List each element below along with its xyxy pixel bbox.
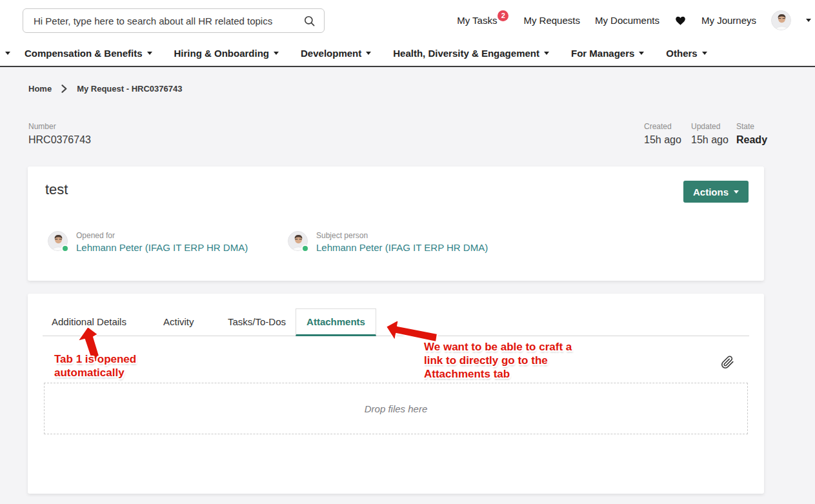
nav-item-label: Hiring & Onboarding bbox=[174, 48, 270, 59]
chevron-down-icon bbox=[366, 52, 371, 55]
nav-root-caret-icon[interactable] bbox=[5, 52, 10, 55]
tab-tasks-todos[interactable]: Tasks/To-Dos bbox=[228, 308, 286, 336]
opened-for-link[interactable]: Lehmann Peter (IFAG IT ERP HR DMA) bbox=[76, 242, 248, 253]
nav-item-development[interactable]: Development bbox=[301, 48, 371, 59]
dropzone-text: Drop files here bbox=[365, 403, 428, 414]
tab-divider bbox=[43, 336, 749, 336]
breadcrumb-home[interactable]: Home bbox=[28, 84, 52, 94]
tab-activity[interactable]: Activity bbox=[163, 308, 194, 336]
tab-attachments[interactable]: Attachments bbox=[296, 308, 376, 336]
record-updated-field: Updated 15h ago bbox=[691, 122, 729, 146]
request-title: test bbox=[45, 181, 68, 198]
subject-person-link[interactable]: Lehmann Peter (IFAG IT ERP HR DMA) bbox=[316, 242, 488, 253]
user-menu-caret-icon[interactable] bbox=[806, 19, 811, 22]
menu-my-tasks[interactable]: My Tasks2 bbox=[457, 15, 508, 26]
chevron-down-icon bbox=[734, 190, 739, 194]
state-badge: Ready bbox=[736, 134, 767, 146]
nav-item-label: Others bbox=[666, 48, 697, 59]
attachments-dropzone[interactable]: Drop files here bbox=[44, 383, 748, 434]
nav-item-others[interactable]: Others bbox=[666, 48, 707, 59]
chevron-down-icon bbox=[274, 52, 279, 55]
chevron-down-icon bbox=[147, 52, 152, 55]
chevron-down-icon bbox=[639, 52, 644, 55]
top-menu: My Tasks2 My Requests My Documents My Jo… bbox=[457, 0, 811, 41]
created-label: Created bbox=[644, 122, 681, 131]
opened-for-field: Opened for Lehmann Peter (IFAG IT ERP HR… bbox=[48, 231, 248, 254]
chevron-down-icon bbox=[544, 52, 549, 55]
updated-value: 15h ago bbox=[691, 134, 729, 146]
actions-label: Actions bbox=[693, 186, 729, 197]
updated-label: Updated bbox=[691, 122, 729, 131]
search-box bbox=[23, 8, 325, 33]
nav-item-health-diversity-engagement[interactable]: Health, Diversity & Engagement bbox=[393, 48, 549, 59]
breadcrumb-chevron-icon bbox=[61, 85, 67, 93]
tab-additional-details[interactable]: Additional Details bbox=[52, 308, 126, 336]
record-created-field: Created 15h ago bbox=[644, 122, 681, 146]
paperclip-icon[interactable] bbox=[721, 356, 734, 372]
state-label: State bbox=[736, 122, 767, 131]
nav-item-label: For Managers bbox=[571, 48, 634, 59]
my-tasks-badge: 2 bbox=[498, 10, 508, 21]
number-label: Number bbox=[28, 122, 91, 131]
chevron-down-icon bbox=[702, 52, 707, 55]
nav-item-compensation-benefits[interactable]: Compensation & Benefits bbox=[25, 48, 152, 59]
request-card: test Actions Opened for Lehmann Peter (I… bbox=[28, 166, 764, 281]
record-number-field: Number HRC0376743 bbox=[28, 122, 91, 146]
subject-person-field: Subject person Lehmann Peter (IFAG IT ER… bbox=[288, 231, 488, 254]
favorites-heart-icon[interactable] bbox=[674, 15, 687, 26]
subject-person-avatar bbox=[288, 231, 308, 251]
presence-indicator bbox=[61, 245, 69, 252]
number-value: HRC0376743 bbox=[28, 134, 91, 146]
menu-my-requests[interactable]: My Requests bbox=[523, 15, 580, 26]
opened-for-label: Opened for bbox=[76, 231, 248, 240]
breadcrumb: Home My Request - HRC0376743 bbox=[28, 84, 182, 94]
opened-for-avatar bbox=[48, 231, 68, 251]
menu-my-documents[interactable]: My Documents bbox=[595, 15, 659, 26]
details-card: Additional Details Activity Tasks/To-Dos… bbox=[28, 294, 764, 494]
user-avatar[interactable] bbox=[771, 10, 791, 30]
my-tasks-label: My Tasks bbox=[457, 15, 497, 26]
top-bar: My Tasks2 My Requests My Documents My Jo… bbox=[0, 0, 815, 41]
menu-my-journeys[interactable]: My Journeys bbox=[701, 15, 756, 26]
record-state-field: State Ready bbox=[736, 122, 767, 146]
search-icon[interactable] bbox=[303, 15, 316, 30]
nav-items: Compensation & Benefits Hiring & Onboard… bbox=[25, 48, 707, 59]
search-input[interactable] bbox=[23, 9, 324, 32]
presence-indicator bbox=[301, 245, 309, 252]
nav-item-for-managers[interactable]: For Managers bbox=[571, 48, 644, 59]
created-value: 15h ago bbox=[644, 134, 681, 146]
category-nav-bar: Compensation & Benefits Hiring & Onboard… bbox=[0, 41, 815, 67]
subject-person-label: Subject person bbox=[316, 231, 488, 240]
breadcrumb-current: My Request - HRC0376743 bbox=[77, 84, 182, 94]
nav-item-label: Compensation & Benefits bbox=[25, 48, 143, 59]
nav-item-label: Development bbox=[301, 48, 361, 59]
nav-item-label: Health, Diversity & Engagement bbox=[393, 48, 539, 59]
nav-item-hiring-onboarding[interactable]: Hiring & Onboarding bbox=[174, 48, 279, 59]
actions-button[interactable]: Actions bbox=[683, 181, 749, 203]
